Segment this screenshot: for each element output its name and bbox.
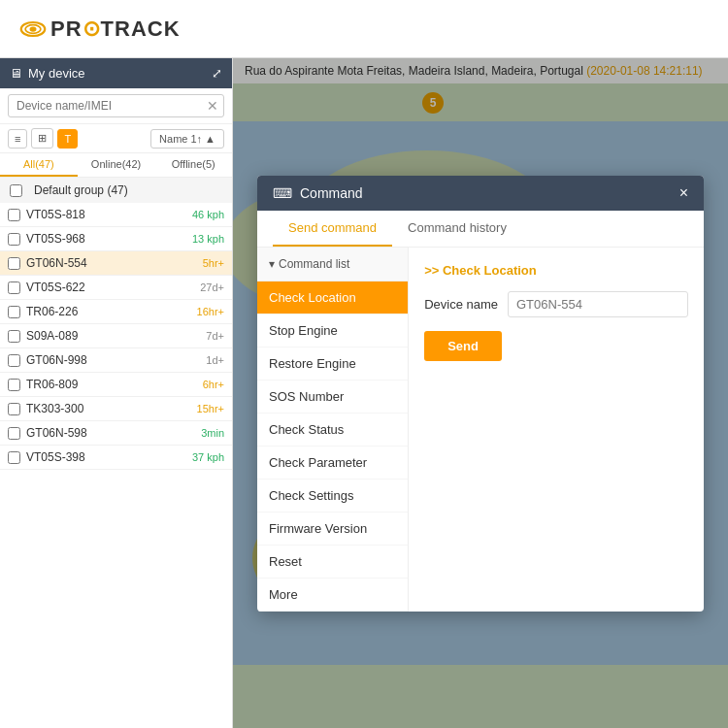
device-status: 46 kph [192,209,224,220]
sidebar: 🖥 My device ⤢ ✕ ≡ ⊞ T Name 1↑ ▲ All(47) … [0,58,233,728]
list-item[interactable]: VT05S-398 37 kph [0,446,232,470]
device-status: 15hr+ [197,403,224,414]
device-checkbox[interactable] [8,451,20,464]
terminal-icon: ⌨ [273,185,292,201]
device-status: 37 kph [192,451,224,463]
device-checkbox[interactable] [8,330,20,343]
filter-btn[interactable]: T [57,129,78,149]
clear-icon[interactable]: ✕ [207,98,218,114]
search-input[interactable] [8,94,224,117]
command-item-sos-number[interactable]: SOS Number [257,381,408,414]
list-item[interactable]: VT05S-622 27d+ [0,276,232,300]
command-item-restore-engine[interactable]: Restore Engine [257,347,408,381]
device-name: GT06N-598 [26,426,201,440]
device-checkbox[interactable] [8,257,20,270]
filter-tabs: All(47) Online(42) Offline(5) [0,153,232,178]
device-checkbox[interactable] [8,209,20,221]
sort-label: Name 1↑ [159,133,202,145]
command-item-check-parameter[interactable]: Check Parameter [257,447,408,480]
sidebar-header: 🖥 My device ⤢ [0,58,232,88]
device-name: GT06N-554 [26,256,203,270]
logo-text: PR⊙TRACK [50,17,181,42]
device-name: TK303-300 [26,402,197,415]
command-item-reset[interactable]: Reset [257,546,408,579]
device-name: TR06-226 [26,305,197,318]
sidebar-title: My device [28,66,85,81]
list-item[interactable]: TR06-226 16hr+ [0,300,232,324]
send-button[interactable]: Send [424,331,502,361]
sort-icon: ▲ [205,133,215,145]
modal-header-left: ⌨ Command [273,185,363,201]
list-item[interactable]: GT06N-998 1d+ [0,348,232,373]
main-layout: 🖥 My device ⤢ ✕ ≡ ⊞ T Name 1↑ ▲ All(47) … [0,58,728,728]
device-checkbox[interactable] [8,403,20,415]
device-status: 7d+ [206,330,224,342]
monitor-icon: 🖥 [10,66,22,81]
device-status: 5hr+ [203,257,224,269]
command-item-more[interactable]: More [257,579,408,612]
tab-send-command[interactable]: Send command [273,211,392,247]
device-name: TR06-809 [26,378,203,391]
device-checkbox[interactable] [8,306,20,318]
command-item-stop-engine[interactable]: Stop Engine [257,314,408,347]
list-item[interactable]: GT06N-554 5hr+ [0,251,232,276]
device-name: S09A-089 [26,329,206,343]
device-status: 1d+ [206,354,224,366]
filter-tab-offline[interactable]: Offline(5) [154,153,232,177]
command-item-check-status[interactable]: Check Status [257,414,408,447]
device-name-label: Device name [424,297,498,312]
group-label: Default group (47) [34,183,128,197]
device-name: VT05S-398 [26,450,192,464]
list-item[interactable]: TR06-809 6hr+ [0,373,232,397]
device-name: VT05S-968 [26,232,192,246]
map-area: Rua do Aspirante Mota Freitas, Madeira I… [233,58,728,728]
command-detail-panel: >> Check Location Device name Send [409,248,704,612]
sort-button[interactable]: Name 1↑ ▲ [150,129,224,149]
device-status: 13 kph [192,233,224,245]
device-group: Default group (47) [0,178,232,203]
top-bar: PR⊙TRACK [0,0,728,58]
command-item-check-settings[interactable]: Check Settings [257,480,408,513]
list-item[interactable]: GT06N-598 3min [0,421,232,446]
command-item-firmware-version[interactable]: Firmware Version [257,513,408,546]
device-checkbox[interactable] [8,427,20,440]
modal-title: Command [300,185,363,201]
device-checkbox[interactable] [8,354,20,367]
device-name: VT05S-818 [26,208,192,221]
list-view-icon-btn[interactable]: ≡ [8,129,27,149]
device-list: Default group (47) VT05S-818 46 kph VT05… [0,178,232,728]
modal-header: ⌨ Command × [257,176,704,211]
command-list-header: ▾ Command list [257,248,408,281]
list-item[interactable]: VT05S-968 13 kph [0,227,232,251]
modal-body: ▾ Command list Check Location Stop Engin… [257,248,704,612]
device-status: 3min [201,427,224,439]
device-name-row: Device name [424,291,688,317]
grid-view-icon-btn[interactable]: ⊞ [31,128,53,149]
modal-backdrop: ⌨ Command × Send command Command history… [233,58,728,728]
device-name-input[interactable] [508,291,688,317]
collapse-icon: ▾ [269,257,275,271]
device-status: 6hr+ [203,379,224,390]
list-item[interactable]: TK303-300 15hr+ [0,397,232,421]
device-status: 16hr+ [197,306,224,317]
logo-icon [19,16,47,43]
device-name: GT06N-998 [26,353,206,367]
filter-tab-all[interactable]: All(47) [0,153,78,177]
device-status: 27d+ [200,281,224,293]
sidebar-toolbar: ≡ ⊞ T Name 1↑ ▲ [0,124,232,153]
device-checkbox[interactable] [8,281,20,294]
modal-close-button[interactable]: × [679,185,688,201]
filter-tab-online[interactable]: Online(42) [78,153,155,177]
command-list-label: Command list [279,257,349,271]
list-item[interactable]: S09A-089 7d+ [0,324,232,348]
command-item-check-location[interactable]: Check Location [257,281,408,314]
sidebar-header-left: 🖥 My device [10,66,85,81]
group-checkbox[interactable] [10,184,22,197]
tab-command-history[interactable]: Command history [392,211,522,247]
selected-command-header: >> Check Location [424,263,688,278]
list-item[interactable]: VT05S-818 46 kph [0,203,232,227]
device-checkbox[interactable] [8,233,20,246]
command-modal: ⌨ Command × Send command Command history… [257,176,704,612]
device-checkbox[interactable] [8,379,20,391]
expand-icon[interactable]: ⤢ [212,66,222,81]
